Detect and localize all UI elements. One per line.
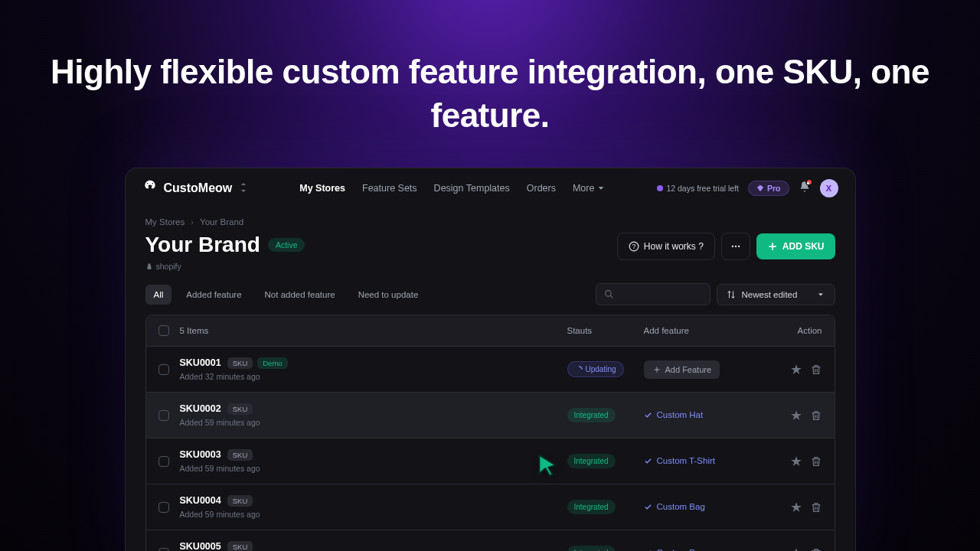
add-sku-button[interactable]: ADD SKU xyxy=(756,233,835,259)
tab-need-to-update[interactable]: Need to update xyxy=(350,285,427,305)
star-icon[interactable] xyxy=(790,547,802,551)
nav-feature-sets[interactable]: Feature Sets xyxy=(362,183,417,194)
nav-design-templates[interactable]: Design Templates xyxy=(434,183,510,194)
timestamp: Added 59 minutes ago xyxy=(180,418,567,427)
tag: SKU xyxy=(227,449,253,461)
status-badge: Active xyxy=(268,238,305,252)
search-icon xyxy=(604,289,614,299)
star-icon[interactable] xyxy=(790,364,802,376)
row-checkbox[interactable] xyxy=(158,456,169,467)
main-nav: My Stores Feature Sets Design Templates … xyxy=(299,183,605,194)
brand[interactable]: CustoMeow xyxy=(142,179,248,197)
trial-label: 12 days free trial left xyxy=(666,184,739,193)
status-pill: Integrated xyxy=(567,408,616,422)
table-row[interactable]: SKU0003SKU Added 59 minutes ago Integrat… xyxy=(146,438,835,484)
sku-name: SKU0003 xyxy=(180,449,221,460)
feature-link[interactable]: Custom Hat xyxy=(644,410,704,419)
how-it-works-label: How it works ? xyxy=(644,241,704,252)
trash-icon[interactable] xyxy=(810,547,822,551)
check-icon xyxy=(644,411,652,419)
trash-icon[interactable] xyxy=(810,455,822,468)
row-checkbox[interactable] xyxy=(158,502,169,513)
tab-added-feature[interactable]: Added feature xyxy=(178,285,250,305)
timestamp: Added 32 minutes ago xyxy=(180,372,567,381)
trial-text: 12 days free trial left xyxy=(657,184,739,193)
column-count: 5 Items xyxy=(180,326,567,335)
sku-name: SKU0001 xyxy=(180,357,221,368)
shopify-icon xyxy=(145,262,153,270)
notification-dot-icon xyxy=(805,178,813,186)
svg-point-5 xyxy=(605,291,611,297)
tab-all[interactable]: All xyxy=(145,285,172,305)
platform-label: shopify xyxy=(145,262,305,271)
brand-name: CustoMeow xyxy=(164,181,233,195)
svg-text:?: ? xyxy=(632,243,636,250)
row-actions xyxy=(778,455,822,468)
table-row[interactable]: SKU0002SKU Added 59 minutes ago Integrat… xyxy=(146,392,835,438)
sku-name: SKU0005 xyxy=(180,541,221,551)
feature-link[interactable]: Custom Bag xyxy=(644,502,705,511)
plus-icon xyxy=(652,365,662,374)
page-title: Your Brand xyxy=(145,233,260,257)
row-checkbox[interactable] xyxy=(158,548,169,551)
status-pill: Integrated xyxy=(567,500,616,514)
sort-select[interactable]: Newest edited xyxy=(717,284,835,305)
platform-text: shopify xyxy=(156,262,181,271)
feature-link[interactable]: Custom T-Shirt xyxy=(644,456,715,465)
avatar[interactable]: X xyxy=(820,179,838,197)
trash-icon[interactable] xyxy=(810,409,822,422)
breadcrumb: My Stores › Your Brand xyxy=(145,217,835,227)
row-checkbox[interactable] xyxy=(158,364,169,375)
pro-badge[interactable]: Pro xyxy=(748,181,789,196)
more-actions-button[interactable] xyxy=(721,233,750,260)
trash-icon[interactable] xyxy=(810,364,822,376)
row-actions xyxy=(778,501,822,514)
plus-icon xyxy=(767,241,778,252)
diamond-icon xyxy=(756,184,764,192)
hero-title: Highly flexible custom feature integrati… xyxy=(0,0,980,168)
brand-switcher-icon[interactable] xyxy=(240,183,247,194)
table-row[interactable]: SKU0005SKU Added 59 minutes ago Integrat… xyxy=(146,530,835,551)
row-actions xyxy=(778,409,822,422)
select-all-checkbox[interactable] xyxy=(158,325,169,336)
column-status: Stauts xyxy=(567,326,644,335)
column-feature: Add feature xyxy=(644,326,778,335)
check-icon xyxy=(644,503,652,511)
page-head: Your Brand Active shopify ? How it works… xyxy=(145,233,835,271)
star-icon[interactable] xyxy=(790,409,802,422)
page-actions: ? How it works ? ADD SKU xyxy=(617,233,835,260)
app-window: CustoMeow My Stores Feature Sets Design … xyxy=(125,168,856,551)
dots-icon xyxy=(730,241,741,252)
tag: SKU xyxy=(227,403,253,415)
star-icon[interactable] xyxy=(790,455,802,468)
help-icon: ? xyxy=(629,241,639,252)
nav-orders[interactable]: Orders xyxy=(527,183,556,194)
sku-table: 5 Items Stauts Add feature Action SKU000… xyxy=(145,315,835,551)
sku-name: SKU0002 xyxy=(180,403,221,414)
table-header: 5 Items Stauts Add feature Action xyxy=(146,315,835,346)
svg-point-2 xyxy=(732,246,733,247)
row-checkbox[interactable] xyxy=(158,410,169,421)
nav-my-stores[interactable]: My Stores xyxy=(299,183,345,194)
tab-not-added-feature[interactable]: Not added feature xyxy=(256,285,344,305)
spinner-icon xyxy=(575,366,583,373)
topbar: CustoMeow My Stores Feature Sets Design … xyxy=(126,168,855,208)
feature-link[interactable]: Custom Bag xyxy=(644,548,705,551)
table-row[interactable]: SKU0001SKUDemo Added 32 minutes ago Upda… xyxy=(146,346,835,392)
notifications-button[interactable] xyxy=(799,181,811,196)
trash-icon[interactable] xyxy=(810,501,822,514)
table-row[interactable]: SKU0004SKU Added 59 minutes ago Integrat… xyxy=(146,484,835,530)
tag: SKU xyxy=(227,495,253,507)
nav-more[interactable]: More xyxy=(573,183,605,194)
sort-label: Newest edited xyxy=(742,290,798,299)
content: My Stores › Your Brand Your Brand Active… xyxy=(126,208,855,551)
how-it-works-button[interactable]: ? How it works ? xyxy=(617,233,715,260)
search-input[interactable] xyxy=(596,283,710,305)
star-icon[interactable] xyxy=(790,501,802,514)
nav-more-label: More xyxy=(573,183,594,194)
chevron-down-icon xyxy=(816,290,825,299)
breadcrumb-root[interactable]: My Stores xyxy=(145,217,185,227)
pro-label: Pro xyxy=(767,184,781,193)
add-feature-button[interactable]: Add Feature xyxy=(644,360,720,379)
row-actions xyxy=(778,364,822,376)
